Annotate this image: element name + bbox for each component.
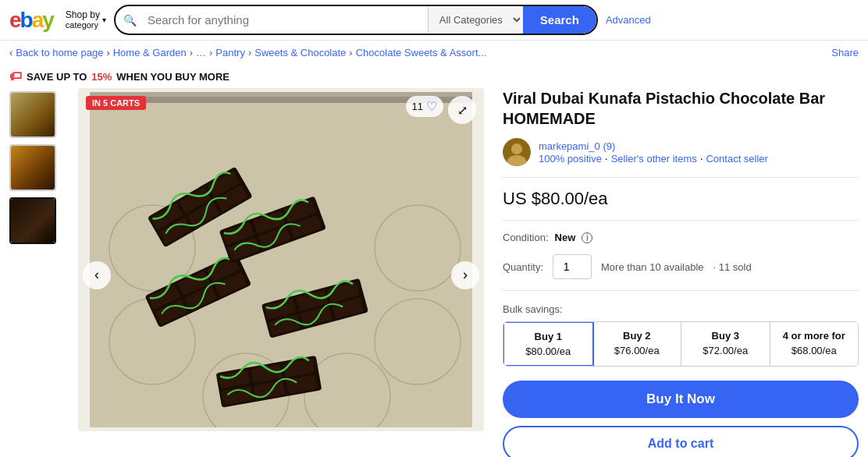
like-area: 11 ♡ [406, 96, 443, 117]
breadcrumb-sep1: › [106, 47, 109, 58]
bulk-savings-label: Bulk savings: [503, 303, 859, 315]
breadcrumb-home[interactable]: Back to home page [16, 47, 103, 58]
tier-2-price: $76.00/ea [599, 345, 675, 356]
condition-value: New [555, 232, 576, 243]
shop-by-category[interactable]: Shop by category ▾ [66, 9, 106, 31]
breadcrumb-sweets[interactable]: Sweets & Chocolate [254, 47, 346, 58]
add-to-cart-button[interactable]: Add to cart [503, 426, 859, 457]
advanced-link[interactable]: Advanced [606, 14, 651, 26]
logo-y: y [42, 8, 53, 33]
tier-3-price: $72.00/ea [688, 345, 763, 356]
seller-info: markepami_0 (9) 100% positive · Seller's… [539, 140, 768, 165]
breadcrumb-sep4: › [248, 47, 251, 58]
shop-by-label: Shop by [66, 9, 100, 20]
quantity-label: Quantity: [503, 261, 543, 273]
price-section: US $80.00/ea [503, 189, 859, 221]
chevron-down-icon: ▾ [102, 16, 106, 24]
quantity-row: Quantity: More than 10 available · 11 so… [503, 254, 859, 291]
condition-row: Condition: New i [503, 232, 859, 243]
main-content: IN 5 CARTS 11 ♡ [0, 88, 868, 457]
tier-4-price: $68.00/ea [777, 345, 852, 356]
image-prev-button[interactable]: ‹ [83, 261, 111, 289]
tier-3-label: Buy 3 [688, 330, 763, 342]
bulk-tier-4[interactable]: 4 or more for $68.00/ea [770, 322, 859, 366]
seller-sep: · [605, 152, 611, 165]
search-button[interactable]: Search [523, 6, 596, 34]
savings-percent: 15% [91, 71, 112, 83]
seller-positive-link[interactable]: 100% positive [539, 153, 602, 165]
breadcrumb-sep2: › [190, 47, 193, 58]
ebay-logo: e b a y [9, 8, 53, 33]
shop-by-sub: category [66, 20, 100, 30]
svg-point-45 [511, 143, 522, 154]
logo-b1: b [20, 8, 32, 33]
thumbnail-3[interactable] [9, 197, 56, 244]
product-title: Viral Dubai Kunafa Pistachio Chocolate B… [503, 88, 859, 129]
savings-suffix: WHEN YOU BUY MORE [116, 71, 229, 83]
tag-icon: 🏷 [9, 69, 22, 83]
seller-other-items-link[interactable]: Seller's other items [611, 153, 697, 165]
savings-prefix: SAVE UP TO [27, 71, 87, 83]
logo-e: e [9, 8, 20, 33]
category-select[interactable]: All Categories [428, 7, 523, 33]
tier-2-label: Buy 2 [599, 330, 675, 342]
tier-4-label: 4 or more for [777, 330, 852, 342]
avatar-image [503, 138, 531, 166]
breadcrumb: ‹ Back to home page › Home & Garden › … … [0, 41, 868, 65]
bulk-tier-3[interactable]: Buy 3 $72.00/ea [681, 322, 770, 366]
seller-links-row: 100% positive · Seller's other items · C… [539, 152, 768, 165]
search-icon: 🔍 [116, 14, 144, 27]
expand-image-button[interactable]: ⤢ [448, 96, 476, 124]
seller-name[interactable]: markepami_0 (9) [539, 140, 615, 152]
like-count: 11 [412, 101, 423, 112]
search-input[interactable] [144, 7, 428, 33]
seller-row: markepami_0 (9) 100% positive · Seller's… [503, 138, 859, 178]
logo-a: a [32, 8, 43, 33]
bulk-tiers: Buy 1 $80.00/ea Buy 2 $76.00/ea Buy 3 $7… [503, 321, 859, 367]
heart-icon[interactable]: ♡ [426, 99, 437, 114]
in-carts-badge: IN 5 CARTS [86, 96, 146, 110]
chocolate-image-svg [90, 92, 472, 427]
product-price: US $80.00/ea [503, 189, 859, 209]
tier-1-price: $80.00/ea [510, 345, 586, 357]
breadcrumb-pantry[interactable]: Pantry [215, 47, 245, 58]
seller-name-row: markepami_0 (9) [539, 140, 768, 152]
availability-text: More than 10 available [601, 261, 704, 273]
breadcrumb-back-icon: ‹ [9, 47, 12, 58]
seller-avatar [503, 138, 531, 166]
breadcrumb-home-garden[interactable]: Home & Garden [113, 47, 187, 58]
thumbnail-2[interactable] [9, 144, 56, 191]
condition-label: Condition: [503, 232, 549, 243]
tier-1-label: Buy 1 [510, 331, 586, 342]
main-product-image: ⤢ [78, 88, 484, 431]
savings-banner: 🏷 SAVE UP TO 15% WHEN YOU BUY MORE [0, 65, 868, 88]
breadcrumb-chocolate-sweets[interactable]: Chocolate Sweets & Assort... [356, 47, 487, 58]
breadcrumb-ellipsis[interactable]: … [196, 47, 206, 58]
bulk-tier-1[interactable]: Buy 1 $80.00/ea [503, 321, 594, 367]
quantity-input[interactable] [553, 254, 592, 279]
buy-now-button[interactable]: Buy It Now [503, 381, 859, 418]
contact-seller-link[interactable]: Contact seller [706, 153, 767, 165]
bulk-savings: Bulk savings: Buy 1 $80.00/ea Buy 2 $76.… [503, 303, 859, 367]
image-next-button[interactable]: › [451, 261, 479, 289]
breadcrumb-sep3: › [209, 47, 212, 58]
share-link[interactable]: Share [831, 47, 859, 58]
thumbnail-list [9, 88, 66, 457]
condition-info-icon[interactable]: i [582, 232, 592, 243]
product-details: Viral Dubai Kunafa Pistachio Chocolate B… [484, 88, 859, 457]
search-bar: 🔍 All Categories Search [114, 5, 598, 35]
breadcrumb-sep5: › [349, 47, 352, 58]
thumbnail-1[interactable] [9, 91, 56, 138]
bulk-tier-2[interactable]: Buy 2 $76.00/ea [593, 322, 682, 366]
header: e b a y Shop by category ▾ 🔍 All Categor… [0, 0, 868, 41]
sold-count: · 11 sold [713, 261, 752, 273]
main-image-area: IN 5 CARTS 11 ♡ [78, 88, 484, 457]
